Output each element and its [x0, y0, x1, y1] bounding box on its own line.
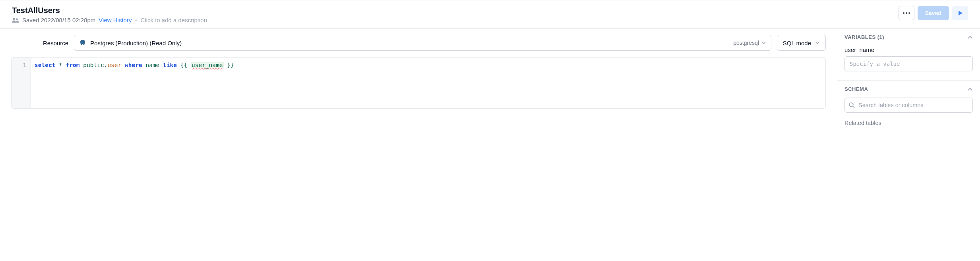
- line-number: 1: [12, 61, 30, 69]
- subtitle-row: Saved 2022/08/15 02:28pm View History ● …: [12, 17, 207, 23]
- db-type-indicator: postgresql: [733, 40, 766, 46]
- search-icon: [848, 102, 855, 108]
- svg-point-0: [13, 18, 15, 20]
- main-area: Resource Postgres (Production) (Read Onl…: [0, 29, 980, 163]
- chevron-up-icon: [967, 86, 973, 92]
- token-identifier: public: [83, 62, 104, 68]
- schema-panel: SCHEMA Related tables: [837, 81, 980, 135]
- header-left: TestAllUsers Saved 2022/08/15 02:28pm Vi…: [12, 6, 207, 23]
- token-keyword: select: [35, 62, 55, 68]
- token-column: name: [145, 62, 159, 68]
- users-icon: [12, 17, 19, 23]
- variables-panel: VARIABLES (1) user_name: [837, 29, 980, 81]
- saved-timestamp: Saved 2022/08/15 02:28pm: [22, 17, 95, 23]
- more-button[interactable]: [899, 6, 914, 20]
- token-keyword: from: [66, 62, 80, 68]
- token-template-open: {{: [180, 62, 191, 68]
- schema-search-input[interactable]: [844, 98, 973, 113]
- schema-search-wrap: [844, 98, 973, 113]
- play-icon: [957, 10, 963, 16]
- token-keyword: like: [163, 62, 177, 68]
- schema-header-label: SCHEMA: [844, 86, 868, 92]
- view-history-link[interactable]: View History: [99, 17, 132, 23]
- svg-line-3: [853, 106, 854, 108]
- ellipsis-icon: [903, 12, 910, 14]
- code-editor[interactable]: 1 select * from public.user where name l…: [11, 57, 826, 109]
- postgres-icon: [79, 39, 86, 46]
- token-template-var: user_name: [191, 62, 224, 68]
- page-title: TestAllUsers: [12, 6, 207, 15]
- run-button[interactable]: [952, 6, 968, 20]
- token-star: *: [59, 62, 62, 68]
- variable-name: user_name: [844, 46, 973, 53]
- variable-value-input[interactable]: [844, 56, 973, 71]
- right-sidebar: VARIABLES (1) user_name SCHEMA Related t…: [837, 29, 980, 163]
- editor-area: Resource Postgres (Production) (Read Onl…: [0, 29, 837, 163]
- variables-header-label: VARIABLES (1): [844, 34, 884, 40]
- mode-label: SQL mode: [783, 40, 811, 46]
- resource-name: Postgres (Production) (Read Only): [90, 40, 182, 46]
- saved-button[interactable]: Saved: [918, 6, 949, 20]
- page-header: TestAllUsers Saved 2022/08/15 02:28pm Vi…: [0, 0, 980, 29]
- resource-label: Resource: [43, 40, 68, 46]
- separator-dot: ●: [135, 18, 137, 22]
- svg-point-1: [16, 18, 18, 20]
- token-template-close: }}: [224, 62, 234, 68]
- variables-panel-header[interactable]: VARIABLES (1): [844, 34, 973, 40]
- chevron-up-icon: [967, 35, 973, 40]
- header-actions: Saved: [899, 6, 968, 20]
- related-tables-label: Related tables: [844, 120, 973, 126]
- chevron-down-icon: [761, 40, 766, 45]
- sql-mode-select[interactable]: SQL mode: [777, 35, 826, 51]
- db-type-label: postgresql: [733, 40, 759, 46]
- resource-row: Resource Postgres (Production) (Read Onl…: [11, 35, 826, 51]
- token-keyword: where: [125, 62, 142, 68]
- resource-select[interactable]: Postgres (Production) (Read Only) postgr…: [74, 35, 771, 51]
- code-content[interactable]: select * from public.user where name lik…: [31, 58, 238, 108]
- chevron-down-icon: [815, 40, 820, 45]
- schema-panel-header[interactable]: SCHEMA: [844, 86, 973, 92]
- line-gutter: 1: [12, 58, 31, 108]
- description-field[interactable]: Click to add a description: [140, 17, 207, 23]
- token-table: user: [107, 62, 121, 68]
